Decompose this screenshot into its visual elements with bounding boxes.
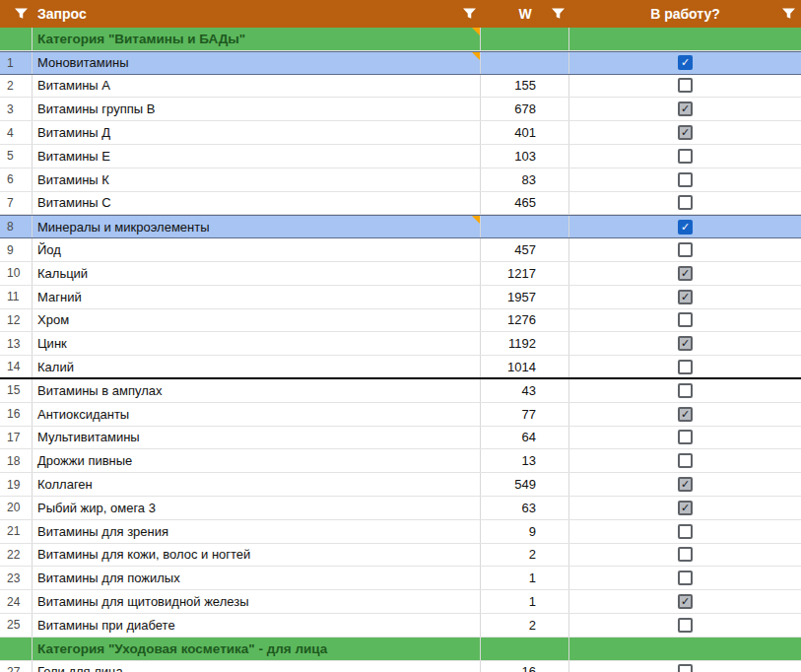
query-cell[interactable]: Витамины для кожи, волос и ногтей (33, 544, 481, 567)
query-cell[interactable]: Хром (33, 309, 481, 332)
row-number[interactable]: 3 (0, 98, 33, 120)
work-checkbox[interactable] (678, 430, 693, 444)
work-checkbox[interactable] (678, 195, 693, 210)
query-cell[interactable]: Магний (33, 286, 481, 308)
w-value-cell[interactable]: 465 (481, 192, 569, 215)
query-cell[interactable]: Витамины для зрения (33, 520, 481, 543)
work-cell[interactable] (569, 192, 801, 215)
query-cell[interactable]: Витамины для щитовидной железы (33, 590, 481, 613)
query-cell[interactable]: Дрожжи пивные (33, 449, 481, 472)
query-cell[interactable]: Антиоксиданты (33, 403, 481, 426)
work-cell[interactable] (569, 379, 801, 402)
category-cell[interactable]: Категория "Уходовая косметика" - для лиц… (33, 638, 481, 660)
w-value-cell[interactable]: 64 (481, 427, 569, 449)
row-number[interactable]: 2 (0, 75, 33, 98)
row-number[interactable] (0, 638, 33, 660)
w-value-cell[interactable]: 155 (481, 75, 569, 98)
query-cell[interactable]: Витамины в ампулах (33, 379, 481, 402)
row-number[interactable]: 19 (0, 473, 33, 496)
work-checkbox[interactable] (678, 360, 693, 374)
work-checkbox[interactable]: ✓ (678, 501, 693, 515)
work-checkbox[interactable] (678, 172, 693, 187)
w-value-cell[interactable]: 9 (481, 520, 569, 543)
w-value-cell[interactable]: 678 (481, 98, 569, 120)
filter-icon[interactable] (552, 8, 565, 20)
work-cell[interactable] (569, 168, 801, 191)
row-number[interactable]: 21 (0, 520, 33, 543)
filter-icon[interactable] (463, 8, 476, 20)
row-number[interactable]: 15 (0, 379, 33, 402)
work-cell[interactable] (569, 309, 801, 332)
row-number[interactable]: 5 (0, 145, 33, 168)
w-value-cell[interactable]: 1 (481, 567, 569, 589)
query-cell[interactable]: Коллаген (33, 473, 481, 496)
w-value-cell[interactable]: 2 (481, 544, 569, 567)
work-cell[interactable] (569, 145, 801, 168)
row-number[interactable] (0, 28, 33, 50)
row-number[interactable]: 12 (0, 309, 33, 332)
query-cell[interactable]: Калий (33, 356, 481, 377)
filter-icon[interactable] (15, 8, 28, 20)
work-cell[interactable] (569, 614, 801, 637)
work-checkbox[interactable]: ✓ (678, 125, 693, 140)
work-cell[interactable]: ✓ (569, 262, 801, 285)
row-number[interactable]: 25 (0, 614, 33, 637)
w-value-cell[interactable]: 43 (481, 379, 569, 402)
w-value-cell[interactable]: 1014 (481, 356, 569, 377)
work-checkbox[interactable]: ✓ (678, 55, 693, 70)
work-checkbox[interactable] (678, 312, 693, 327)
row-number[interactable]: 18 (0, 449, 33, 472)
work-checkbox[interactable]: ✓ (678, 407, 693, 422)
w-value-cell[interactable] (481, 52, 569, 74)
row-number[interactable]: 16 (0, 403, 33, 426)
work-checkbox[interactable] (678, 383, 693, 398)
query-cell[interactable]: Йод (33, 238, 481, 261)
work-cell[interactable] (569, 661, 801, 672)
query-cell[interactable]: Витамины А (33, 75, 481, 98)
category-cell[interactable]: Категория "Витамины и БАДы" (33, 28, 481, 50)
work-checkbox[interactable] (678, 571, 693, 585)
work-cell[interactable]: ✓ (569, 590, 801, 613)
w-value-cell[interactable]: 1217 (481, 262, 569, 285)
work-cell[interactable] (569, 520, 801, 543)
w-value-cell[interactable]: 103 (481, 145, 569, 168)
work-checkbox[interactable] (678, 453, 693, 468)
w-value-cell[interactable]: 1957 (481, 286, 569, 308)
work-cell[interactable] (569, 28, 801, 50)
query-cell[interactable]: Витамины при диабете (33, 614, 481, 637)
w-value-cell[interactable]: 1 (481, 590, 569, 613)
work-cell[interactable] (569, 427, 801, 449)
w-value-cell[interactable]: 16 (481, 661, 569, 672)
w-value-cell[interactable] (481, 28, 569, 50)
work-cell[interactable]: ✓ (569, 121, 801, 144)
w-value-cell[interactable] (481, 638, 569, 660)
query-cell[interactable]: Моновитамины (33, 52, 481, 74)
work-cell[interactable] (569, 638, 801, 660)
work-cell[interactable]: ✓ (569, 98, 801, 120)
work-checkbox[interactable] (678, 524, 693, 539)
work-cell[interactable] (569, 449, 801, 472)
work-cell[interactable]: ✓ (569, 216, 801, 237)
work-cell[interactable] (569, 238, 801, 261)
row-number[interactable]: 13 (0, 332, 33, 355)
work-cell[interactable] (569, 75, 801, 98)
row-number[interactable]: 10 (0, 262, 33, 285)
work-cell[interactable]: ✓ (569, 52, 801, 74)
row-number[interactable]: 22 (0, 544, 33, 567)
w-value-cell[interactable]: 549 (481, 473, 569, 496)
work-checkbox[interactable]: ✓ (678, 101, 693, 116)
work-checkbox[interactable] (678, 618, 693, 633)
work-checkbox[interactable] (678, 149, 693, 164)
w-value-cell[interactable]: 2 (481, 614, 569, 637)
work-cell[interactable]: ✓ (569, 403, 801, 426)
work-checkbox[interactable] (678, 78, 693, 93)
work-checkbox[interactable]: ✓ (678, 594, 693, 609)
row-number[interactable]: 8 (0, 216, 33, 237)
w-value-cell[interactable]: 401 (481, 121, 569, 144)
work-checkbox[interactable] (678, 547, 693, 562)
w-value-cell[interactable] (481, 216, 569, 237)
query-cell[interactable]: Гели для лица (33, 661, 481, 672)
w-value-cell[interactable]: 83 (481, 168, 569, 191)
work-checkbox[interactable] (678, 664, 693, 672)
w-value-cell[interactable]: 1192 (481, 332, 569, 355)
